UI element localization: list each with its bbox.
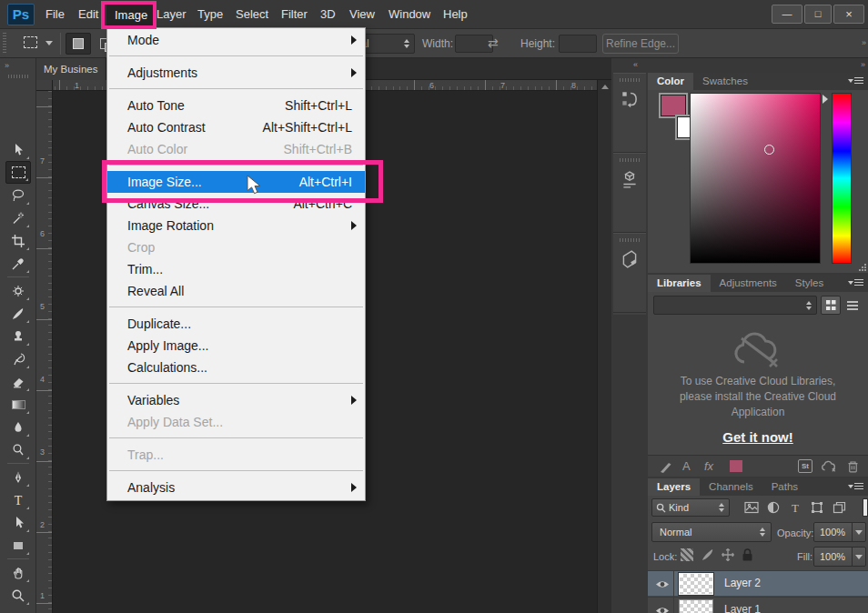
menu-layer[interactable]: Layer [156, 0, 187, 29]
layer-row-1[interactable]: Layer 1 [648, 597, 868, 613]
menu-edit[interactable]: Edit [78, 0, 98, 29]
tool-preset-dropdown-arrow[interactable] [45, 41, 53, 45]
collapse-panels-icon[interactable]: « [633, 60, 636, 69]
cc-sync-icon[interactable] [821, 459, 837, 474]
new-selection-button[interactable] [66, 33, 91, 55]
close-button[interactable]: × [833, 5, 864, 24]
opacity-select[interactable]: 100% [813, 522, 866, 542]
tab-adjustments[interactable]: Adjustments [711, 275, 786, 292]
type-tool[interactable]: T [5, 488, 31, 511]
menu-item-image-rotation[interactable]: Image Rotation [107, 215, 365, 236]
list-view-button[interactable] [843, 296, 863, 315]
crop-tool[interactable] [5, 229, 31, 252]
panel-resize-grip[interactable] [858, 263, 866, 271]
rectangular-marquee-tool[interactable] [5, 161, 31, 184]
clone-stamp-tool[interactable] [5, 325, 31, 347]
menu-item-apply-data-set[interactable]: Apply Data Set... [107, 411, 365, 433]
layer-thumbnail[interactable] [679, 599, 713, 613]
panel-menu-icon[interactable] [848, 483, 863, 489]
menu-item-auto-contrast[interactable]: Auto ContrastAlt+Shift+Ctrl+L [107, 116, 365, 138]
history-brush-tool[interactable] [5, 347, 31, 370]
visibility-eye-icon[interactable] [655, 606, 670, 613]
lock-transparency-icon[interactable] [681, 548, 693, 561]
document-tab[interactable]: My Busines [36, 58, 106, 80]
swap-dimensions-icon[interactable]: ⇄ [488, 35, 499, 50]
tab-swatches[interactable]: Swatches [693, 73, 757, 90]
menu-3d[interactable]: 3D [320, 0, 336, 29]
layer-thumbnail[interactable] [679, 573, 713, 595]
expand-dock-icon[interactable]: » [861, 60, 863, 69]
dodge-tool[interactable] [5, 438, 31, 461]
move-tool[interactable] [5, 138, 31, 161]
menu-select[interactable]: Select [236, 0, 268, 29]
hue-slider[interactable] [832, 93, 852, 264]
lock-position-icon[interactable] [721, 548, 735, 562]
menu-item-variables[interactable]: Variables [107, 389, 365, 411]
refine-edge-button[interactable]: Refine Edge... [602, 34, 679, 54]
menu-item-duplicate[interactable]: Duplicate... [107, 313, 365, 335]
menu-type[interactable]: Type [197, 0, 223, 29]
height-input[interactable] [559, 35, 597, 53]
vertical-scrollbar[interactable] [597, 80, 611, 613]
menu-item-trap[interactable]: Trap... [107, 444, 365, 466]
path-selection-tool[interactable] [5, 511, 31, 534]
eraser-tool[interactable] [5, 370, 31, 393]
gradient-tool[interactable] [5, 393, 31, 416]
eyedropper-tool[interactable] [5, 252, 31, 275]
3d-panel-button[interactable] [613, 153, 646, 233]
notes-panel-button[interactable] [613, 233, 646, 313]
delete-icon[interactable] [846, 459, 860, 474]
tab-styles[interactable]: Styles [786, 275, 833, 292]
add-graphic-icon[interactable] [659, 460, 672, 474]
zoom-tool[interactable] [5, 584, 31, 607]
menu-item-auto-color[interactable]: Auto ColorShift+Ctrl+B [107, 138, 365, 160]
menu-item-auto-tone[interactable]: Auto ToneShift+Ctrl+L [107, 95, 365, 116]
options-bar-collapse-icon[interactable]: » [862, 38, 864, 47]
layer-filter-select[interactable]: Kind [651, 498, 730, 517]
filter-smart-objects-button[interactable] [830, 498, 848, 516]
color-field-marker[interactable] [764, 145, 774, 155]
menu-view[interactable]: View [349, 0, 375, 29]
add-fill-color-icon[interactable] [730, 460, 742, 472]
filter-shape-layers-button[interactable] [808, 498, 826, 516]
menu-filter[interactable]: Filter [281, 0, 308, 29]
tab-color[interactable]: Color [648, 73, 693, 90]
layer-filtering-toggle[interactable] [863, 498, 868, 517]
filter-pixel-layers-button[interactable] [742, 498, 761, 516]
hand-tool[interactable] [5, 561, 31, 584]
layer-name[interactable]: Layer 1 [724, 603, 761, 613]
tab-layers[interactable]: Layers [648, 478, 700, 496]
menu-item-calculations[interactable]: Calculations... [107, 357, 365, 378]
menu-file[interactable]: File [45, 0, 65, 29]
brush-tool[interactable] [5, 302, 31, 325]
menu-window[interactable]: Window [389, 0, 430, 29]
grid-view-button[interactable] [821, 296, 841, 315]
menu-help[interactable]: Help [443, 0, 468, 29]
maximize-button[interactable]: □ [804, 5, 832, 24]
tab-libraries[interactable]: Libraries [648, 275, 711, 292]
library-select[interactable] [653, 296, 817, 315]
menu-item-crop[interactable]: Crop [107, 236, 365, 258]
tools-expand-icon[interactable]: » [5, 61, 7, 70]
add-character-style-icon[interactable]: A [682, 459, 691, 473]
adobe-stock-icon[interactable]: St [798, 459, 812, 473]
blend-mode-select[interactable]: Normal [651, 522, 772, 542]
panel-menu-icon[interactable] [848, 77, 863, 84]
visibility-eye-icon[interactable] [655, 579, 670, 589]
menu-item-trim[interactable]: Trim... [107, 258, 365, 280]
scroll-up-icon[interactable] [601, 85, 609, 89]
healing-brush-tool[interactable] [5, 279, 31, 302]
color-foreground-swatch[interactable] [661, 95, 686, 116]
lock-all-icon[interactable] [741, 548, 754, 562]
lasso-tool[interactable] [5, 184, 31, 206]
history-panel-button[interactable] [613, 73, 646, 153]
blur-tool[interactable] [5, 416, 31, 438]
magic-wand-tool[interactable] [5, 206, 31, 229]
ruler-origin[interactable] [36, 80, 53, 91]
options-bar-gripper[interactable] [3, 33, 6, 55]
layer-row-2[interactable]: Layer 2 [648, 570, 868, 596]
rectangle-tool[interactable] [5, 534, 31, 557]
panel-menu-icon[interactable] [848, 279, 863, 286]
menu-item-adjustments[interactable]: Adjustments [107, 62, 365, 84]
menu-item-mode[interactable]: Mode [107, 29, 365, 51]
